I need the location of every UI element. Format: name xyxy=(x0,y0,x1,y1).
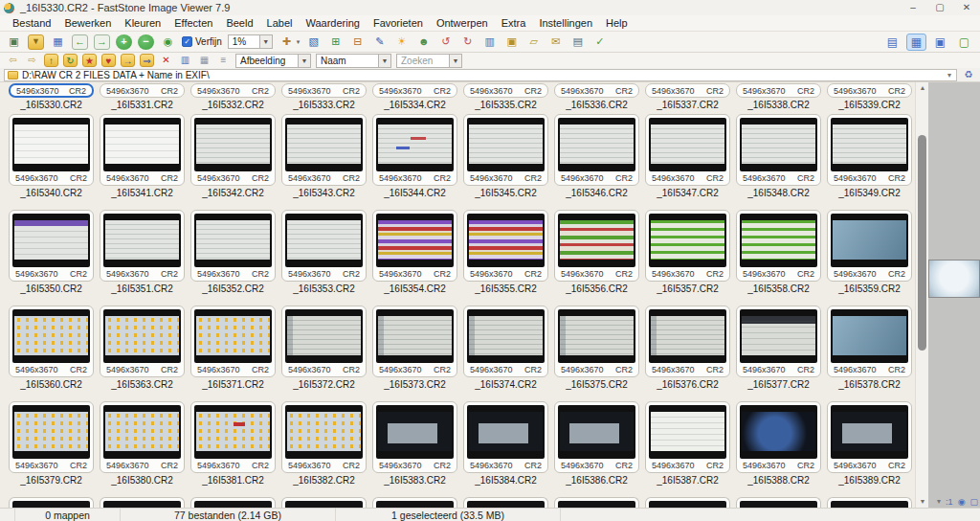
up-folder-icon[interactable]: ↑ xyxy=(44,54,58,67)
thumbnail-photo[interactable] xyxy=(194,118,272,171)
thumbnail-filename[interactable]: _16I5339.CR2 xyxy=(838,100,901,110)
thumbnail-filename[interactable]: _16I5331.CR2 xyxy=(111,100,173,110)
thumbnail-item[interactable]: 5496x3670CR2_16I5340.CR2 xyxy=(6,114,97,210)
recycle-bin-icon[interactable]: ♻ xyxy=(961,69,976,81)
thumbnail-card[interactable]: 5496x3670CR2 xyxy=(554,210,639,282)
actual-size-icon[interactable]: :1 xyxy=(946,497,953,507)
thumbnail-item[interactable] xyxy=(97,497,188,508)
scrollbar-thumb[interactable] xyxy=(918,135,926,351)
thumbnail-photo[interactable] xyxy=(649,118,726,171)
thumbnail-info-pill[interactable]: 5496x3670CR2 xyxy=(554,83,639,98)
thumbnail-item[interactable]: 5496x3670CR2_16I5332.CR2 xyxy=(188,83,278,114)
thumbnail-filename[interactable]: _16I5389.CR2 xyxy=(838,475,901,486)
save-icon[interactable]: ▦ xyxy=(50,34,66,50)
thumbnail-filename[interactable]: _16I5353.CR2 xyxy=(293,283,355,294)
thumbnail-filename[interactable]: _16I5381.CR2 xyxy=(202,475,264,486)
view-list-icon[interactable]: ▤ xyxy=(882,34,902,51)
thumbnail-item[interactable]: 5496x3670CR2_16I5331.CR2 xyxy=(97,83,188,114)
thumbnail-card[interactable]: 5496x3670CR2 xyxy=(190,306,276,377)
thumbnail-photo[interactable] xyxy=(467,405,545,459)
tag-folder-icon[interactable]: ♥ xyxy=(101,54,116,67)
restore-button[interactable]: ▢ xyxy=(926,1,953,15)
thumbnail-item[interactable]: 5496x3670CR2_16I5389.CR2 xyxy=(824,401,915,497)
thumbnail-card[interactable]: 5496x3670CR2 xyxy=(645,306,730,377)
thumbnail-item[interactable]: 5496x3670CR2_16I5383.CR2 xyxy=(369,401,460,497)
thumbnail-filename[interactable]: _16I5359.CR2 xyxy=(838,283,901,294)
delete-icon[interactable]: ✕ xyxy=(159,54,173,67)
thumbnail-item[interactable]: 5496x3670CR2_16I5381.CR2 xyxy=(188,401,278,497)
thumbnail-photo[interactable] xyxy=(467,309,545,363)
menu-item-instellingen[interactable]: Instellingen xyxy=(532,17,599,29)
thumbnail-card[interactable]: 5496x3670CR2 xyxy=(281,210,367,282)
thumbnail-card[interactable]: 5496x3670CR2 xyxy=(827,210,912,282)
zoom-in-icon[interactable]: + xyxy=(116,34,132,50)
thumbnail-item[interactable]: 5496x3670CR2_16I5376.CR2 xyxy=(642,306,733,401)
thumbnail-card[interactable]: 5496x3670CR2 xyxy=(463,114,548,186)
thumbnail-card[interactable]: 5496x3670CR2 xyxy=(372,210,457,282)
settings-icon[interactable]: ✓ xyxy=(591,34,608,50)
menu-item-extra[interactable]: Extra xyxy=(495,17,533,29)
thumbnail-item[interactable]: 5496x3670CR2_16I5375.CR2 xyxy=(551,306,642,401)
thumbnail-card[interactable] xyxy=(554,497,639,508)
thumbnail-card[interactable]: 5496x3670CR2 xyxy=(736,114,821,186)
thumbnail-filename[interactable]: _16I5355.CR2 xyxy=(475,283,537,294)
thumbnail-photo[interactable] xyxy=(12,405,90,459)
thumbnail-filename[interactable]: _16I5387.CR2 xyxy=(657,475,719,486)
thumbnail-filename[interactable]: _16I5343.CR2 xyxy=(293,188,355,198)
thumbnail-item[interactable]: 5496x3670CR2_16I5338.CR2 xyxy=(733,83,824,114)
thumbnail-card[interactable]: 5496x3670CR2 xyxy=(190,401,276,473)
thumbnail-filename[interactable]: _16I5348.CR2 xyxy=(747,188,810,198)
checkbox-checked-icon[interactable]: ✓ xyxy=(182,36,192,47)
thumbnail-card[interactable]: 5496x3670CR2 xyxy=(100,114,185,186)
thumbnail-photo[interactable] xyxy=(285,405,363,459)
thumbnail-filename[interactable]: _16I5346.CR2 xyxy=(566,188,628,198)
thumbnail-item[interactable]: 5496x3670CR2_16I5350.CR2 xyxy=(6,210,97,306)
thumbnail-filename[interactable]: _16I5335.CR2 xyxy=(475,100,537,110)
thumbnail-card[interactable]: 5496x3670CR2 xyxy=(190,210,276,282)
thumbnail-card[interactable]: 5496x3670CR2 xyxy=(190,114,276,186)
copy-to-folder-icon[interactable]: → xyxy=(121,54,135,67)
thumbnail-item[interactable] xyxy=(733,497,824,508)
menu-item-label[interactable]: Label xyxy=(260,17,300,29)
thumbnail-card[interactable] xyxy=(645,497,730,508)
thumbnail-card[interactable]: 5496x3670CR2 xyxy=(100,210,185,282)
thumbnail-card[interactable]: 5496x3670CR2 xyxy=(372,401,457,473)
thumbnail-item[interactable]: 5496x3670CR2_16I5335.CR2 xyxy=(460,83,551,114)
menu-item-bewerken[interactable]: Bewerken xyxy=(57,17,118,29)
thumbnail-info-pill[interactable]: 5496x3670CR2 xyxy=(372,83,457,98)
thumbnail-item[interactable]: 5496x3670CR2_16I5388.CR2 xyxy=(733,401,824,497)
thumbnail-filename[interactable]: _16I5371.CR2 xyxy=(202,379,264,390)
thumbnail-item[interactable] xyxy=(824,497,915,508)
thumbnail-photo[interactable] xyxy=(103,405,181,459)
thumbnail-photo[interactable] xyxy=(649,214,726,267)
thumbnail-filename[interactable]: _16I5386.CR2 xyxy=(566,475,628,486)
thumbnail-photo[interactable] xyxy=(12,118,90,171)
thumbnail-filename[interactable]: _16I5340.CR2 xyxy=(20,188,82,198)
menu-item-kleuren[interactable]: Kleuren xyxy=(118,17,167,29)
thumbnail-card[interactable] xyxy=(281,497,367,508)
thumbnail-photo[interactable] xyxy=(467,214,545,267)
colors-icon[interactable]: ☀ xyxy=(393,34,410,50)
thumb-size-list-icon[interactable]: ≡ xyxy=(216,54,231,67)
thumbnail-item[interactable] xyxy=(188,497,278,508)
forward-icon[interactable]: ⇨ xyxy=(25,54,39,67)
thumbnail-card[interactable]: 5496x3670CR2 xyxy=(554,401,639,473)
thumbnail-filename[interactable]: _16I5363.CR2 xyxy=(111,379,173,390)
camera-icon[interactable]: ▣ xyxy=(6,34,22,50)
thumbnail-card[interactable]: 5496x3670CR2 xyxy=(372,306,457,377)
thumbnail-item[interactable]: 5496x3670CR2_16I5384.CR2 xyxy=(460,401,551,497)
thumbnail-photo[interactable] xyxy=(103,214,181,267)
thumbnail-photo[interactable] xyxy=(285,309,363,363)
thumbnail-filename[interactable]: _16I5382.CR2 xyxy=(293,475,355,486)
thumbnail-item[interactable]: 5496x3670CR2_16I5357.CR2 xyxy=(642,210,733,306)
thumbnail-card[interactable]: 5496x3670CR2 xyxy=(645,401,730,473)
thumbnail-filename[interactable]: _16I5336.CR2 xyxy=(566,100,628,110)
thumbnail-filename[interactable]: _16I5372.CR2 xyxy=(293,379,355,390)
canvas-icon[interactable]: ⊟ xyxy=(349,34,366,50)
thumbnail-card[interactable]: 5496x3670CR2 xyxy=(554,306,639,377)
thumbnail-photo[interactable] xyxy=(194,405,272,459)
thumbnail-photo[interactable] xyxy=(740,118,817,171)
thumbnail-item[interactable]: 5496x3670CR2_16I5352.CR2 xyxy=(188,210,278,306)
thumbnail-item[interactable]: 5496x3670CR2_16I5348.CR2 xyxy=(733,114,824,210)
thumbnail-filename[interactable]: _16I5345.CR2 xyxy=(475,188,537,198)
